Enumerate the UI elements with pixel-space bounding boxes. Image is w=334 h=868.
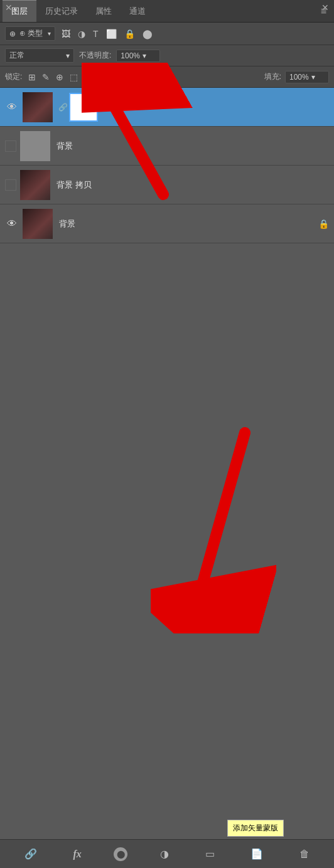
lock-all-icon[interactable]: 🔒 xyxy=(83,71,96,83)
filter-toolbar: ⊕ ⊕ 类型 ▾ 🖼 ◑ T ⬜ 🔒 ⬤ xyxy=(0,23,334,45)
layer-row[interactable]: 背景 xyxy=(0,127,334,166)
layer-lock-icon: 🔒 xyxy=(318,219,329,229)
layer-name: 背景 xyxy=(54,140,329,152)
tab-channels[interactable]: 通道 xyxy=(121,1,154,22)
layer-visibility-checkbox[interactable] xyxy=(5,179,16,191)
text-filter-icon[interactable]: T xyxy=(92,28,100,40)
pixel-filter-icon[interactable]: ⬤ xyxy=(141,28,154,40)
layer-visibility-toggle[interactable]: 👁 xyxy=(5,218,19,230)
lock-fill-toolbar: 锁定: ⊞ ✎ ⊕ ⬚ 🔒 填充: 100% ▾ xyxy=(0,66,334,88)
blend-mode-dropdown[interactable]: 正常 ▾ xyxy=(5,48,74,63)
image-filter-icon[interactable]: 🖼 xyxy=(60,28,72,40)
blend-mode-label: 正常 xyxy=(9,50,24,61)
layer-name: 图层 1 xyxy=(100,102,329,113)
close-button-left[interactable]: ✕ xyxy=(5,3,13,13)
filter-type-arrow: ▾ xyxy=(48,30,51,37)
close-button-right[interactable]: ✕ xyxy=(321,3,329,13)
opacity-arrow: ▾ xyxy=(143,51,146,60)
filter-type-dropdown[interactable]: ⊕ ⊕ 类型 ▾ xyxy=(5,26,55,41)
search-icon: ⊕ xyxy=(9,29,16,38)
opacity-label: 不透明度: xyxy=(79,50,111,61)
layer-row[interactable]: 👁 背景 🔒 xyxy=(0,204,334,243)
blend-mode-arrow: ▾ xyxy=(66,51,70,60)
layer-thumbnail xyxy=(20,170,50,200)
add-adjustment-icon[interactable]: ◑ xyxy=(156,845,173,862)
layer-visibility-checkbox[interactable] xyxy=(5,140,16,152)
opacity-value-text: 100% xyxy=(121,51,140,60)
tab-properties[interactable]: 属性 xyxy=(87,1,121,22)
new-layer-icon[interactable]: 📄 xyxy=(247,845,267,862)
layer-row[interactable]: 背景 拷贝 xyxy=(0,166,334,204)
link-layers-icon[interactable]: 🔗 xyxy=(21,845,41,862)
tooltip-text: 添加矢量蒙版 xyxy=(233,823,278,832)
new-group-icon[interactable]: ▭ xyxy=(202,845,218,862)
layer-visibility-toggle[interactable]: 👁 xyxy=(5,102,19,113)
filter-type-label: ⊕ 类型 xyxy=(19,28,43,39)
tab-bar: 图层 历史记录 属性 通道 ≡ xyxy=(0,0,334,23)
opacity-input[interactable]: 100% ▾ xyxy=(116,50,160,62)
fx-icon[interactable]: fx xyxy=(69,846,85,862)
blend-opacity-toolbar: 正常 ▾ 不透明度: 100% ▾ xyxy=(0,45,334,66)
layer-row[interactable]: 👁 🔗 图层 1 xyxy=(0,88,334,127)
smart-filter-icon[interactable]: 🔒 xyxy=(123,28,136,40)
empty-canvas-area xyxy=(0,243,334,657)
fill-input[interactable]: 100% ▾ xyxy=(285,71,329,83)
fill-label: 填充: xyxy=(264,71,281,82)
layer-name: 背景 xyxy=(57,218,318,230)
layer-thumbnail xyxy=(23,209,53,239)
layer-link-icon: 🔗 xyxy=(58,103,68,112)
lock-label: 锁定: xyxy=(5,71,22,82)
delete-layer-icon[interactable]: 🗑 xyxy=(296,846,313,862)
lock-position-icon[interactable]: ⊕ xyxy=(55,71,65,83)
layer-mask-thumbnail xyxy=(69,93,98,122)
layer-thumbnail xyxy=(23,92,53,122)
add-mask-icon[interactable]: ⬤ xyxy=(114,847,127,861)
layer-thumbnail xyxy=(20,131,50,161)
tab-history[interactable]: 历史记录 xyxy=(36,1,87,22)
lock-artboard-icon[interactable]: ⬚ xyxy=(68,71,79,83)
layer-name: 背景 拷贝 xyxy=(54,179,329,191)
lock-pixels-icon[interactable]: ✎ xyxy=(41,71,51,83)
bottom-toolbar: 🔗 fx ⬤ ◑ ▭ 📄 🗑 xyxy=(0,839,334,868)
lock-transparent-icon[interactable]: ⊞ xyxy=(27,71,37,83)
fill-arrow: ▾ xyxy=(311,73,315,82)
tooltip-add-vector-mask: 添加矢量蒙版 xyxy=(227,820,284,837)
shape-filter-icon[interactable]: ⬜ xyxy=(105,28,118,40)
fill-value-text: 100% xyxy=(289,73,309,82)
adjustment-filter-icon[interactable]: ◑ xyxy=(77,28,87,40)
layers-panel: 👁 🔗 图层 1 背景 背景 拷贝 👁 背景 🔒 xyxy=(0,88,334,243)
